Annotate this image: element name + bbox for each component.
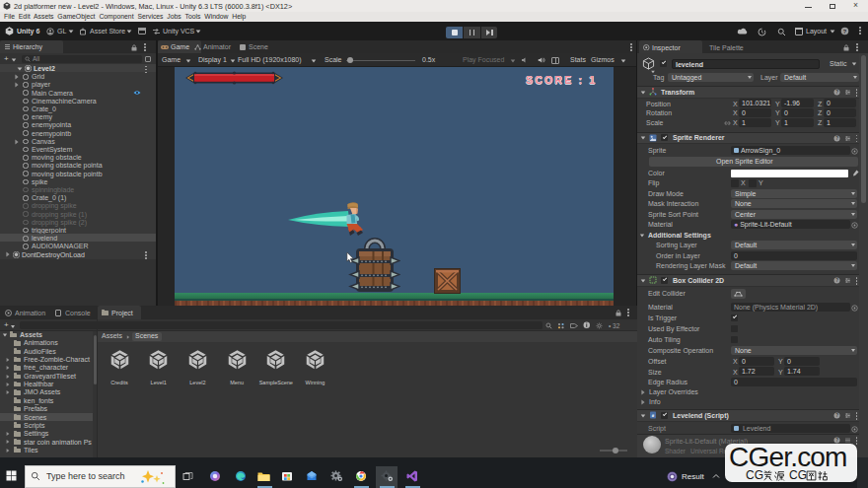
svg-text:?: ? xyxy=(835,413,838,418)
svg-text:?: ? xyxy=(835,278,838,283)
svg-text:?: ? xyxy=(835,136,838,141)
svg-text:?: ? xyxy=(835,90,838,95)
